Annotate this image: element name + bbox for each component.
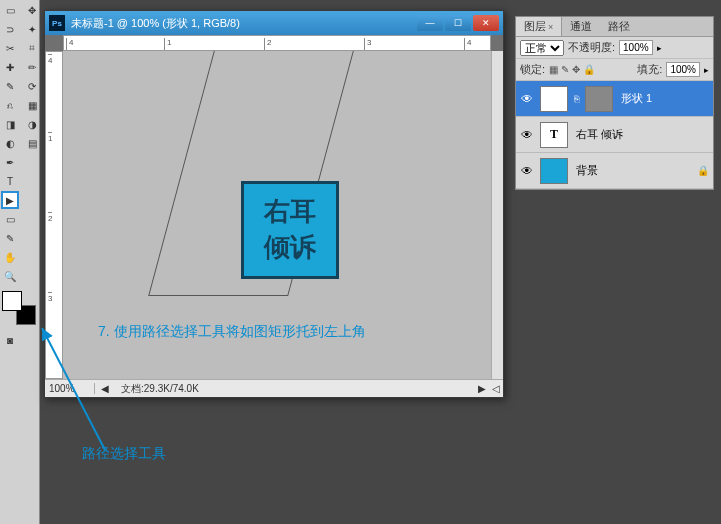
tab-paths[interactable]: 路径 (600, 17, 638, 36)
fill-arrow-icon[interactable]: ▸ (704, 65, 709, 75)
fg-bg-colors[interactable] (2, 291, 36, 325)
tool-rectangle[interactable]: ▭ (1, 210, 19, 228)
fg-color-swatch[interactable] (2, 291, 22, 311)
tool-crop[interactable]: ✂ (1, 39, 19, 57)
ruler-tick: 4 (48, 54, 52, 65)
layer-row-text[interactable]: 👁 T 右耳 倾诉 (516, 117, 713, 153)
layers-list: 👁 ⎘ 形状 1 👁 T 右耳 倾诉 👁 背景 🔒 (516, 81, 713, 189)
window-title: 未标题-1 @ 100% (形状 1, RGB/8) (71, 16, 417, 31)
visibility-icon[interactable]: 👁 (520, 92, 534, 106)
tab-layers[interactable]: 图层× (516, 17, 562, 36)
fill-label: 填充: (637, 62, 662, 77)
lock-paint-icon[interactable]: ✎ (561, 64, 569, 75)
tool-stamp[interactable]: ⎌ (1, 96, 19, 114)
tool-notes[interactable]: ▤ (23, 134, 41, 152)
layer-row-background[interactable]: 👁 背景 🔒 (516, 153, 713, 189)
ruler-tick: 2 (48, 212, 52, 223)
statusbar: 100% ◀ 文档:29.3K/74.0K ▶ ◁ (45, 379, 503, 397)
visibility-icon[interactable]: 👁 (520, 128, 534, 142)
text-layer-icon[interactable]: T (540, 122, 568, 148)
ruler-tick: 1 (164, 38, 171, 51)
vector-mask-thumb[interactable] (585, 86, 613, 112)
layer-row-shape1[interactable]: 👁 ⎘ 形状 1 (516, 81, 713, 117)
statusbar-next-icon[interactable]: ▶ (475, 383, 489, 394)
document-window: Ps 未标题-1 @ 100% (形状 1, RGB/8) — ☐ ✕ 4 1 … (44, 10, 504, 398)
ruler-tick: 1 (48, 132, 52, 143)
ruler-vertical[interactable]: 4 1 2 3 (45, 51, 63, 379)
opacity-label: 不透明度: (568, 40, 615, 55)
lock-icon: 🔒 (697, 165, 709, 176)
ruler-tick: 4 (66, 38, 73, 51)
tool-eyedropper[interactable]: ✎ (1, 229, 19, 247)
lock-transparency-icon[interactable]: ▦ (549, 64, 558, 75)
toolbox: ▭ ⊃ ✂ ✚ ✎ ⎌ ◨ ◐ ✒ T ▶ ▭ ✎ ✋ 🔍 ◙ ✥ ✦ ⌗ ✏ … (0, 0, 40, 524)
tab-channels[interactable]: 通道 (562, 17, 600, 36)
bluebox-text-1: 右耳 (264, 194, 316, 230)
layer-name[interactable]: 形状 1 (619, 91, 709, 106)
vertical-scrollbar[interactable] (491, 51, 503, 379)
opacity-value[interactable]: 100% (619, 40, 653, 55)
step-annotation: 7. 使用路径选择工具将如图矩形托到左上角 (98, 323, 366, 341)
maximize-button[interactable]: ☐ (445, 15, 471, 31)
ruler-tick: 2 (264, 38, 271, 51)
tool-hand[interactable]: ✋ (1, 248, 19, 266)
fill-value[interactable]: 100% (666, 62, 700, 77)
lock-all-icon[interactable]: 🔒 (583, 64, 595, 75)
layer-name[interactable]: 右耳 倾诉 (574, 127, 709, 142)
minimize-button[interactable]: — (417, 15, 443, 31)
tool-path-selection[interactable]: ▶ (1, 191, 19, 209)
tool-heal[interactable]: ✚ (1, 58, 19, 76)
ruler-tick: 3 (48, 292, 52, 303)
tool-wand[interactable]: ✦ (23, 20, 41, 38)
tab-label: 图层 (524, 20, 546, 32)
layers-panel: 图层× 通道 路径 正常 不透明度: 100% ▸ 锁定: ▦ ✎ ✥ 🔒 填充… (515, 16, 714, 190)
tool-slice[interactable]: ⌗ (23, 39, 41, 57)
zoom-level[interactable]: 100% (45, 383, 95, 394)
tool-brush[interactable]: ✎ (1, 77, 19, 95)
tool-gradient[interactable]: ▦ (23, 96, 41, 114)
tool-quickmask[interactable]: ◙ (1, 331, 19, 349)
layer-thumb[interactable] (540, 158, 568, 184)
layer-name[interactable]: 背景 (574, 163, 691, 178)
panel-tabs: 图层× 通道 路径 (516, 17, 713, 37)
opacity-arrow-icon[interactable]: ▸ (657, 43, 662, 53)
tool-move[interactable]: ✥ (23, 1, 41, 19)
tool-dodge[interactable]: ◑ (23, 115, 41, 133)
canvas[interactable]: 右耳 倾诉 7. 使用路径选择工具将如图矩形托到左上角 (63, 51, 491, 379)
lock-move-icon[interactable]: ✥ (572, 64, 580, 75)
titlebar[interactable]: Ps 未标题-1 @ 100% (形状 1, RGB/8) — ☐ ✕ (45, 11, 503, 35)
tool-eraser[interactable]: ◨ (1, 115, 19, 133)
statusbar-prev-icon[interactable]: ◀ (95, 383, 115, 394)
ruler-horizontal[interactable]: 4 1 2 3 4 (63, 35, 491, 51)
bluebox-text-2: 倾诉 (264, 230, 316, 266)
tool-marquee[interactable]: ▭ (1, 1, 19, 19)
tool-zoom[interactable]: 🔍 (1, 267, 19, 285)
ruler-tick: 3 (364, 38, 371, 51)
scroll-left-icon[interactable]: ◁ (489, 383, 503, 394)
ruler-tick: 4 (464, 38, 471, 51)
tool-pen[interactable]: ✒ (1, 153, 19, 171)
tool-type[interactable]: T (1, 172, 19, 190)
tool-annotation-label: 路径选择工具 (82, 445, 166, 463)
close-tab-icon[interactable]: × (548, 22, 553, 32)
layer-thumb[interactable] (540, 86, 568, 112)
blend-mode-select[interactable]: 正常 (520, 40, 564, 56)
tool-lasso[interactable]: ⊃ (1, 20, 19, 38)
link-icon: ⎘ (574, 94, 579, 104)
tool-pencil[interactable]: ✏ (23, 58, 41, 76)
blue-rectangle[interactable]: 右耳 倾诉 (241, 181, 339, 279)
tool-blur[interactable]: ◐ (1, 134, 19, 152)
ps-icon: Ps (49, 15, 65, 31)
lock-label: 锁定: (520, 62, 545, 77)
close-button[interactable]: ✕ (473, 15, 499, 31)
visibility-icon[interactable]: 👁 (520, 164, 534, 178)
tool-history[interactable]: ⟳ (23, 77, 41, 95)
doc-size: 文档:29.3K/74.0K (115, 382, 475, 396)
